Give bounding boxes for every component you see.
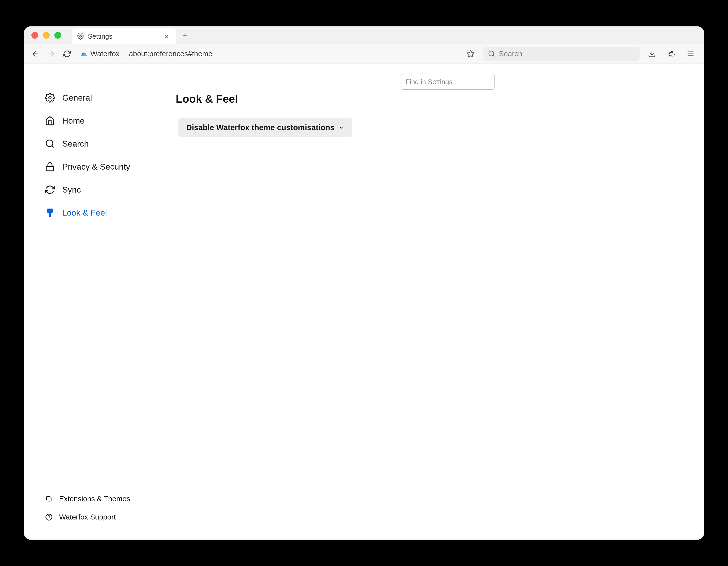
footer-item-label: Waterfox Support (59, 513, 116, 521)
sidebar-item-label: Search (62, 139, 89, 149)
svg-rect-5 (46, 166, 54, 171)
search-box[interactable] (483, 47, 640, 61)
home-icon (45, 116, 55, 126)
site-identity-label: Waterfox (90, 50, 120, 58)
downloads-button[interactable] (645, 50, 659, 58)
sidebar-footer-extensions-themes[interactable]: Extensions & Themes (45, 495, 152, 503)
sidebar-item-label: Look & Feel (62, 208, 107, 218)
tab-close-button[interactable] (162, 33, 171, 39)
help-icon (45, 513, 53, 521)
svg-point-2 (489, 51, 494, 56)
bookmark-star-button[interactable] (464, 50, 477, 58)
sidebar-item-search[interactable]: Search (45, 139, 152, 149)
puzzle-icon (45, 495, 53, 503)
search-icon (488, 50, 495, 58)
reload-button[interactable] (62, 49, 72, 59)
menu-button[interactable] (684, 50, 698, 58)
dropdown-label: Disable Waterfox theme customisations (186, 123, 334, 132)
sidebar-footer-support[interactable]: Waterfox Support (45, 513, 152, 521)
browser-window: Settings Waterfox about:preferences#them… (24, 26, 704, 540)
svg-rect-6 (47, 209, 53, 213)
browser-tab[interactable]: Settings (72, 28, 176, 44)
toolbar: Waterfox about:preferences#theme (24, 44, 704, 64)
back-button[interactable] (30, 49, 41, 59)
sidebar-item-label: General (62, 93, 92, 103)
svg-point-3 (49, 96, 51, 99)
sidebar-item-label: Privacy & Security (62, 162, 130, 172)
url-text[interactable]: about:preferences#theme (127, 50, 214, 58)
svg-rect-7 (49, 213, 51, 217)
site-identity[interactable]: Waterfox (77, 50, 122, 58)
main-content: Look & Feel Disable Waterfox theme custo… (163, 64, 704, 540)
lock-icon (45, 162, 55, 172)
sidebar-item-home[interactable]: Home (45, 116, 152, 126)
sidebar-item-look-and-feel[interactable]: Look & Feel (45, 208, 152, 218)
window-close-button[interactable] (31, 32, 38, 39)
svg-point-0 (80, 36, 82, 37)
find-in-settings (401, 74, 495, 90)
window-minimize-button[interactable] (43, 32, 50, 39)
new-tab-button[interactable] (181, 32, 188, 39)
window-maximize-button[interactable] (54, 32, 61, 39)
waterfox-logo-icon (80, 50, 88, 58)
chevron-down-icon (338, 124, 344, 131)
extensions-button[interactable] (664, 50, 678, 58)
titlebar: Settings (24, 26, 704, 44)
settings-sidebar: General Home Search (24, 64, 163, 540)
traffic-lights (31, 32, 61, 39)
find-in-settings-input[interactable] (401, 74, 495, 90)
settings-nav-list: General Home Search (45, 93, 152, 218)
forward-button[interactable] (46, 49, 56, 59)
sidebar-item-sync[interactable]: Sync (45, 185, 152, 195)
tab-title: Settings (88, 32, 158, 41)
sidebar-item-label: Home (62, 116, 84, 126)
search-icon (45, 139, 55, 149)
search-input[interactable] (499, 50, 634, 58)
page-title: Look & Feel (176, 93, 688, 105)
gear-icon (45, 93, 55, 103)
content-area: General Home Search (24, 64, 704, 540)
svg-marker-1 (467, 50, 474, 57)
paintbrush-icon (45, 208, 55, 218)
sidebar-item-privacy-security[interactable]: Privacy & Security (45, 162, 152, 172)
sidebar-item-general[interactable]: General (45, 93, 152, 103)
sidebar-item-label: Sync (62, 185, 81, 195)
gear-icon (77, 33, 84, 40)
sync-icon (45, 185, 55, 195)
sidebar-footer: Extensions & Themes Waterfox Support (45, 495, 152, 529)
footer-item-label: Extensions & Themes (59, 495, 130, 503)
theme-customisations-dropdown[interactable]: Disable Waterfox theme customisations (178, 118, 352, 137)
svg-point-4 (46, 140, 53, 147)
